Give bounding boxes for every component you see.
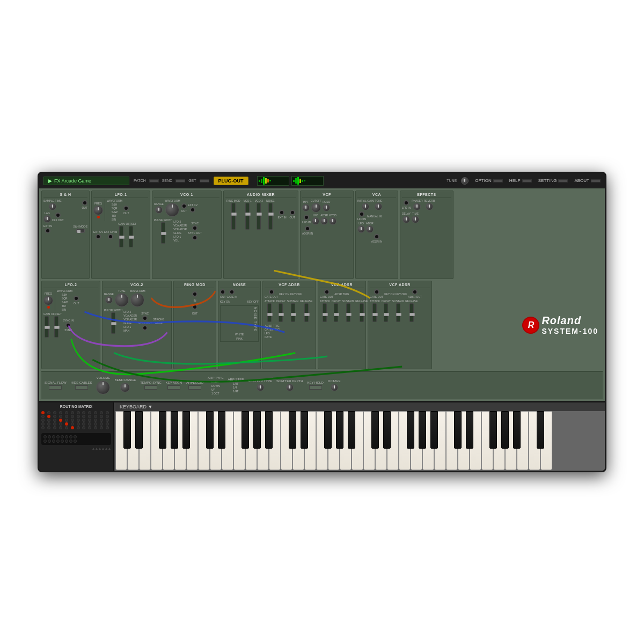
signal-flow-btn[interactable]	[49, 385, 62, 390]
vcf-adsr-attack-slider[interactable]	[267, 303, 272, 322]
mixer-vco1-slider[interactable]	[245, 203, 250, 230]
key-g3[interactable]	[163, 411, 174, 470]
vcf-adsr-sustain-slider[interactable]	[291, 303, 295, 322]
vcf-adsr-decay-slider[interactable]	[279, 303, 283, 322]
vcf-adsr-in-jack[interactable]	[305, 226, 310, 231]
routing-dot[interactable]	[47, 415, 50, 418]
vcf-kybd-knob[interactable]	[329, 217, 336, 225]
mixer-ring-slider[interactable]	[231, 203, 236, 230]
time-knob[interactable]	[412, 216, 419, 223]
clk-out-jack[interactable]	[55, 213, 61, 218]
lfo1-offset-slider[interactable]	[129, 226, 133, 247]
lfo2-out-jack[interactable]	[74, 296, 79, 301]
vco2-waveform-knob[interactable]	[130, 293, 144, 307]
vca-adsr-gate-out-jack[interactable]	[324, 289, 330, 295]
key-g7[interactable]	[493, 411, 505, 470]
key-hold-btn[interactable]	[309, 385, 322, 390]
vcf-adsr-knob[interactable]	[320, 217, 328, 225]
key-e4[interactable]	[222, 411, 233, 470]
key-d8[interactable]	[540, 411, 552, 470]
key-b3[interactable]	[186, 411, 198, 470]
vco2-tune-knob[interactable]	[115, 293, 129, 307]
lfo2-sync-in-jack[interactable]	[65, 323, 71, 328]
vca-gain-knob[interactable]	[362, 203, 369, 210]
vco1-ext-cv-jack[interactable]	[190, 207, 195, 213]
tempo-sync-btn[interactable]	[144, 385, 157, 390]
key-d3[interactable]	[127, 411, 139, 470]
routing-dot[interactable]	[59, 419, 62, 422]
noise-out-jack[interactable]	[220, 289, 225, 295]
ring-mod-in-jack[interactable]	[192, 291, 197, 297]
key-a7[interactable]	[505, 411, 517, 470]
vcf-adsr-release-slider[interactable]	[304, 303, 309, 322]
vco1-waveform-knob[interactable]	[165, 203, 179, 217]
vcf-adsr2-attack-slider[interactable]	[372, 303, 377, 322]
key-a4[interactable]	[257, 411, 269, 470]
keyboard-label[interactable]: KEYBOARD ▼	[120, 404, 152, 409]
key-c7[interactable]	[446, 411, 458, 470]
vco2-sync-out-jack[interactable]	[142, 325, 148, 331]
key-b7[interactable]	[517, 411, 529, 470]
key-a5[interactable]	[340, 411, 352, 470]
vcf-adsr-gate-out-jack[interactable]	[269, 289, 274, 295]
key-c6[interactable]	[363, 411, 375, 470]
vco2-range-knob[interactable]	[105, 296, 113, 304]
lfo1-ext-cv-in-jack[interactable]	[108, 234, 113, 239]
vca-lfo-in-jack[interactable]	[359, 211, 364, 217]
vcf-adsr2-release-slider[interactable]	[409, 303, 414, 322]
vcf-hpf-knob[interactable]	[302, 204, 310, 211]
key-b6[interactable]	[434, 411, 446, 470]
sample-time-knob[interactable]	[49, 203, 56, 210]
key-f5[interactable]	[316, 411, 328, 470]
vca-adsr-in-jack[interactable]	[374, 234, 379, 239]
vcf-adsr2-decay-slider[interactable]	[384, 303, 388, 322]
key-asgn-btn[interactable]	[167, 385, 180, 390]
key-g5[interactable]	[328, 411, 340, 470]
vca-tone-knob[interactable]	[375, 203, 382, 210]
plug-out-button[interactable]: PLUG-OUT	[214, 177, 248, 185]
lfo1-ext-cv-jack[interactable]	[96, 234, 101, 239]
tune-knob[interactable]	[461, 177, 469, 185]
routing-dot[interactable]	[71, 426, 74, 429]
vcf-adsr2-gate-out-jack[interactable]	[374, 289, 379, 295]
vcf-adsr2-sustain-slider[interactable]	[396, 303, 400, 322]
lfo1-out-jack[interactable]	[123, 206, 129, 211]
key-d7[interactable]	[458, 411, 470, 470]
mixer-ext-in-jack[interactable]	[279, 210, 284, 215]
key-a6[interactable]	[422, 411, 434, 470]
vco1-sync-out-jack[interactable]	[192, 235, 197, 240]
key-f6[interactable]	[399, 411, 411, 470]
sh-mode-toggle[interactable]	[76, 229, 85, 233]
lfo1-gain-slider[interactable]	[119, 226, 123, 247]
key-f3[interactable]	[151, 411, 163, 470]
reverb-knob[interactable]	[426, 203, 433, 210]
key-c4[interactable]	[198, 411, 210, 470]
vcf-reso-knob[interactable]	[323, 204, 330, 211]
key-g6[interactable]	[411, 411, 422, 470]
vca-adsr-attack-slider[interactable]	[323, 303, 327, 322]
vco2-pw-slider[interactable]	[111, 312, 115, 334]
lag-knob[interactable]	[43, 215, 51, 223]
lfo2-offset-slider[interactable]	[54, 316, 58, 338]
mixer-vco2-slider[interactable]	[257, 203, 261, 230]
vco1-pw-slider[interactable]	[161, 222, 165, 244]
vca-adsr-release-slider[interactable]	[360, 303, 364, 322]
mixer-noise-slider[interactable]	[268, 203, 273, 230]
volume-knob[interactable]	[96, 380, 110, 394]
delay-knob[interactable]	[402, 216, 410, 223]
key-b4[interactable]	[269, 411, 281, 470]
key-e6[interactable]	[387, 411, 399, 470]
lfo1-freq-knob[interactable]	[93, 206, 103, 215]
vco1-sync-jack[interactable]	[192, 225, 197, 231]
key-f4[interactable]	[233, 411, 245, 470]
key-c8[interactable]	[529, 411, 540, 470]
key-d5[interactable]	[292, 411, 304, 470]
vcf-adsr2-out-jack[interactable]	[412, 289, 418, 295]
vcf-lfo-in-jack[interactable]	[304, 215, 309, 220]
phaser-knob[interactable]	[413, 203, 421, 210]
vca-adsr-decay-slider[interactable]	[334, 303, 338, 322]
key-c5[interactable]	[281, 411, 292, 470]
vco1-out-jack[interactable]	[181, 203, 187, 209]
vcf-cutoff-knob[interactable]	[311, 203, 321, 213]
sh-ext-in-jack[interactable]	[45, 228, 50, 233]
